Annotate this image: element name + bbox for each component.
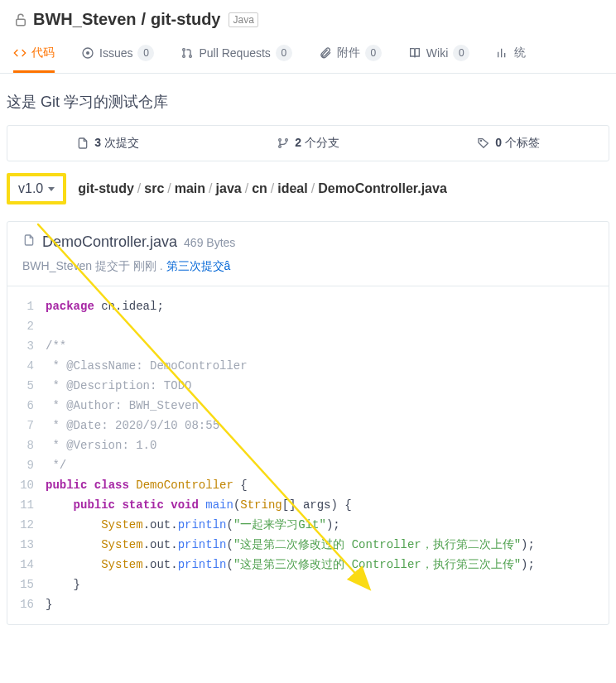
line-num: 1 (7, 296, 46, 316)
crumb-java[interactable]: java (216, 181, 242, 196)
meta-dot: . (156, 259, 166, 272)
code-icon (13, 46, 26, 60)
sep: / (209, 181, 212, 196)
svg-point-9 (480, 140, 481, 141)
commit-link[interactable]: 第三次提交â (166, 259, 231, 272)
tab-attach-count: 0 (365, 45, 382, 61)
issues-icon (81, 46, 94, 60)
code-line: System.out.println("一起来学习Git"); (46, 515, 609, 535)
file-icon (76, 137, 89, 150)
tab-stats[interactable]: 统 (496, 36, 526, 73)
book-icon (408, 46, 421, 60)
svg-point-6 (279, 139, 282, 142)
line-num: 2 (7, 316, 46, 336)
code-line: package cn.ideal; (46, 296, 609, 316)
line-num: 11 (7, 495, 46, 515)
tab-bar: 代码 Issues 0 Pull Requests 0 附件 0 Wiki 0 … (0, 36, 616, 74)
breadcrumb: git-study / src / main / java / cn / ide… (78, 181, 447, 196)
lock-icon (13, 12, 28, 27)
pr-icon (180, 46, 194, 60)
crumb-repo[interactable]: git-study (78, 181, 134, 196)
tab-wiki[interactable]: Wiki 0 (408, 36, 469, 73)
svg-point-7 (279, 146, 282, 148)
sep: / (271, 181, 274, 196)
branch-name: v1.0 (18, 181, 43, 196)
tab-pr-label: Pull Requests (199, 46, 270, 60)
svg-point-4 (183, 55, 185, 58)
tags-count: 0 (495, 136, 502, 149)
stat-branches[interactable]: 2 个分支 (208, 126, 408, 161)
line-num: 13 (7, 535, 46, 555)
code-line: System.out.println("这是第二次修改过的 Controller… (46, 535, 609, 555)
code-line: } (46, 575, 609, 594)
svg-point-3 (183, 49, 185, 51)
line-num: 4 (7, 356, 46, 376)
branch-icon (277, 137, 290, 150)
crumb-main[interactable]: main (175, 181, 205, 196)
line-num: 14 (7, 555, 46, 575)
path-row: v1.0 git-study / src / main / java / cn … (0, 161, 616, 213)
line-num: 16 (7, 594, 46, 614)
repo-header: BWH_Steven / git-study Java (0, 0, 616, 36)
svg-point-8 (286, 139, 288, 142)
paperclip-icon (319, 46, 332, 60)
code-line: */ (46, 455, 609, 475)
tags-text: 个标签 (502, 136, 540, 149)
commit-time: 刚刚 (133, 259, 156, 272)
tab-code[interactable]: 代码 (13, 36, 55, 73)
crumb-cn[interactable]: cn (252, 181, 267, 196)
code-line: * @Date: 2020/9/10 08:55 (46, 416, 609, 435)
tab-pr-count: 0 (276, 45, 292, 61)
file-panel: DemoController.java 469 Bytes BWH_Steven… (7, 221, 609, 625)
line-num: 3 (7, 336, 46, 356)
code-line: * @Author: BWH_Steven (46, 396, 609, 416)
crumb-file[interactable]: DemoController.java (318, 181, 447, 196)
stat-commits[interactable]: 3 次提交 (7, 126, 208, 161)
tab-wiki-label: Wiki (426, 46, 448, 60)
meta-mid: 提交于 (92, 259, 133, 272)
code-viewer: 1package cn.ideal; 2 3/** 4 * @ClassName… (7, 286, 609, 624)
code-line: System.out.println("这是第三次修改过的 Controller… (46, 555, 609, 575)
tab-pull-requests[interactable]: Pull Requests 0 (180, 36, 291, 73)
code-line: } (46, 594, 609, 614)
svg-point-2 (87, 52, 89, 55)
sep: / (167, 181, 171, 196)
code-line: public static void main(String[] args) { (46, 495, 609, 515)
line-num: 12 (7, 515, 46, 535)
chevron-down-icon (48, 187, 55, 191)
file-meta: BWH_Steven 提交于 刚刚 . 第三次提交â (7, 254, 609, 286)
tab-stats-label: 统 (514, 46, 526, 60)
tab-issues[interactable]: Issues 0 (81, 36, 154, 73)
line-num: 10 (7, 475, 46, 495)
file-name: DemoController.java (42, 233, 177, 251)
file-size: 469 Bytes (184, 236, 235, 249)
repo-description: 这是 Git 学习的测试仓库 (0, 74, 616, 125)
repo-owner[interactable]: BWH_Steven (33, 10, 136, 29)
stats-bar: 3 次提交 2 个分支 0 个标签 (7, 125, 609, 161)
tab-attachments[interactable]: 附件 0 (319, 36, 382, 73)
tab-attach-label: 附件 (337, 46, 360, 60)
crumb-ideal[interactable]: ideal (277, 181, 307, 196)
language-badge: Java (229, 12, 257, 27)
file-icon (22, 233, 36, 247)
commits-text: 次提交 (101, 136, 139, 149)
tab-issues-count: 0 (137, 45, 154, 61)
repo-name[interactable]: git-study (151, 10, 220, 29)
svg-point-5 (190, 55, 192, 58)
code-line: /** (46, 336, 609, 356)
sep: / (311, 181, 315, 196)
branch-selector[interactable]: v1.0 (7, 173, 66, 204)
stat-tags[interactable]: 0 个标签 (408, 126, 609, 161)
chart-icon (496, 46, 509, 60)
crumb-src[interactable]: src (144, 181, 164, 196)
sep: / (245, 181, 248, 196)
line-num: 7 (7, 416, 46, 435)
commit-author: BWH_Steven (22, 259, 92, 272)
tab-issues-label: Issues (99, 46, 132, 60)
repo-sep: / (141, 10, 146, 29)
file-header: DemoController.java 469 Bytes (7, 222, 609, 254)
code-line: public class DemoController { (46, 475, 609, 495)
tab-wiki-count: 0 (453, 45, 469, 61)
code-line: * @ClassName: DemoController (46, 356, 609, 376)
line-num: 6 (7, 396, 46, 416)
